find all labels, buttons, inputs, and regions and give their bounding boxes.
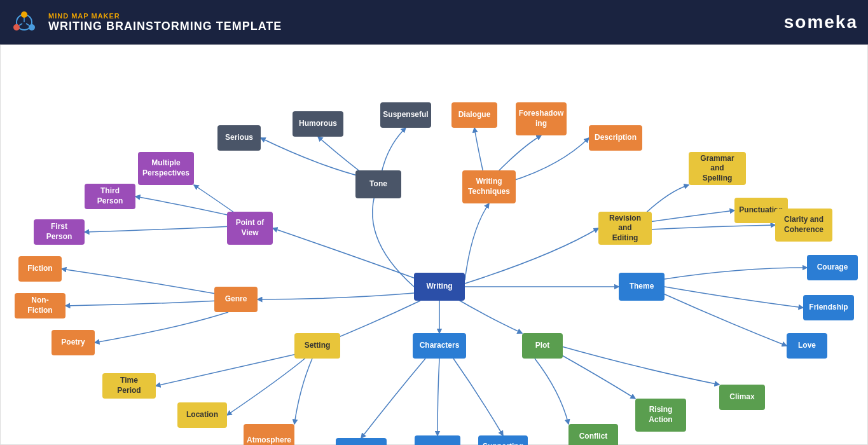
node-conflict[interactable]: Conflict [568,424,618,445]
node-time-period[interactable]: Time Period [102,373,156,399]
node-location[interactable]: Location [177,402,227,428]
node-dialogue[interactable]: Dialogue [451,102,497,128]
node-third-person[interactable]: Third Person [85,184,135,209]
svg-point-3 [29,24,35,31]
node-foreshadowing[interactable]: Foreshadow ing [516,102,567,135]
mind-map-canvas: Writing Tone Humorous Serious Suspensefu… [0,44,868,445]
node-atmosphere[interactable]: Atmosphere [244,424,294,445]
logo-icon [10,8,38,36]
svg-line-5 [19,24,22,25]
node-suspenseful[interactable]: Suspenseful [380,102,431,128]
node-genre[interactable]: Genre [214,287,258,312]
node-writing[interactable]: Writing [414,273,465,301]
node-characters[interactable]: Characters [413,333,466,359]
node-fiction[interactable]: Fiction [18,256,62,282]
node-revision[interactable]: Revision and Editing [598,212,652,245]
node-clarity[interactable]: Clarity and Coherence [775,209,832,242]
node-rising-action[interactable]: Rising Action [635,399,686,432]
node-pov[interactable]: Point of View [227,212,273,245]
node-theme[interactable]: Theme [619,273,665,301]
node-courage[interactable]: Courage [807,255,858,280]
node-serious[interactable]: Serious [217,125,261,151]
svg-point-1 [21,11,27,18]
header: MIND MAP MAKER WRITING BRAINSTORMING TEM… [0,0,868,44]
svg-line-6 [26,24,29,25]
node-humorous[interactable]: Humorous [293,111,343,137]
node-supporting[interactable]: Supporting Characters [478,435,528,445]
node-protagonist[interactable]: Protagonist [336,438,387,445]
node-first-person[interactable]: First Person [34,219,85,245]
node-multiple[interactable]: Multiple Perspectives [138,152,194,185]
node-plot[interactable]: Plot [522,333,563,359]
node-poetry[interactable]: Poetry [52,330,95,355]
node-climax[interactable]: Climax [719,385,765,410]
node-setting[interactable]: Setting [294,333,340,359]
header-subtitle: MIND MAP MAKER [48,12,774,20]
node-description[interactable]: Description [589,125,642,151]
header-title: WRITING BRAINSTORMING TEMPLATE [48,20,774,33]
node-grammar[interactable]: Grammar and Spelling [689,152,746,185]
node-love[interactable]: Love [787,333,827,359]
svg-point-2 [13,24,20,31]
brand-logo: someka [784,12,858,32]
brand-name: someka [784,12,858,32]
node-friendship[interactable]: Friendship [803,295,854,320]
node-writing-techniques[interactable]: Writing Techniques [462,170,516,203]
node-tone[interactable]: Tone [355,170,401,198]
header-text-block: MIND MAP MAKER WRITING BRAINSTORMING TEM… [48,12,774,33]
node-antagonist[interactable]: Antagonist [415,435,460,445]
node-nonfiction[interactable]: Non-Fiction [15,293,65,318]
